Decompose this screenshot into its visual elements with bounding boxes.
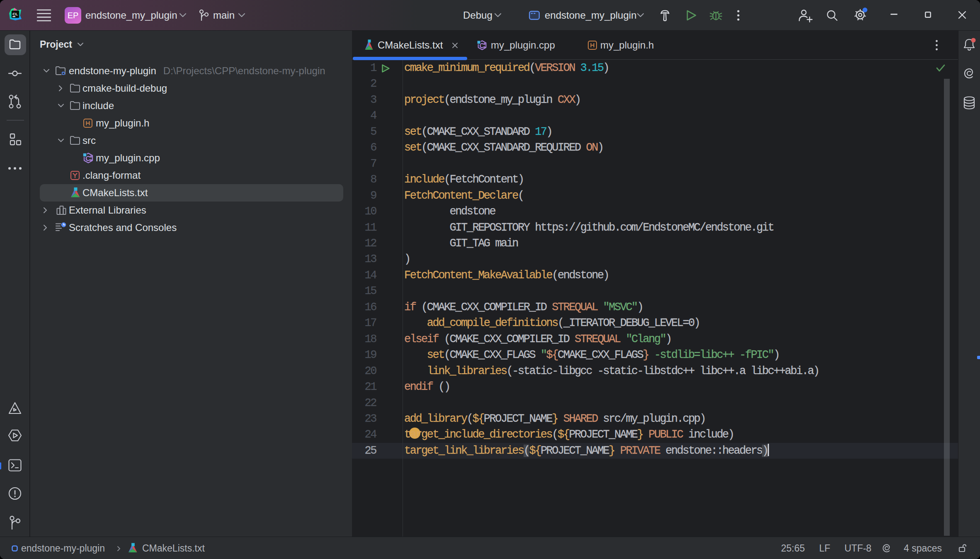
svg-text:CL: CL	[12, 12, 18, 16]
